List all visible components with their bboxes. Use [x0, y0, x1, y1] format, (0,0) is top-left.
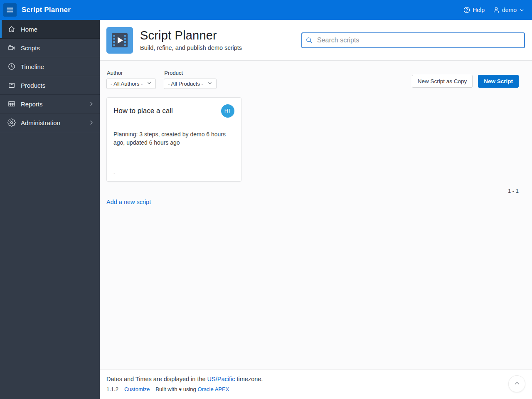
product-filter-label: Product [164, 70, 217, 76]
sidebar-item-label: Administration [21, 119, 88, 126]
avatar: HT [221, 104, 234, 118]
chevron-right-icon [88, 119, 95, 126]
sidebar-item-label: Reports [21, 101, 88, 108]
customize-link[interactable]: Customize [124, 386, 150, 392]
table-icon [7, 100, 16, 108]
sidebar-item-reports[interactable]: Reports [0, 95, 100, 113]
home-icon [7, 25, 16, 33]
chevron-down-icon [519, 7, 525, 13]
timezone-link[interactable]: US/Pacific [207, 376, 235, 382]
page-hero: Script Planner Build, refine, and publis… [100, 20, 532, 61]
chevron-down-icon [147, 81, 152, 87]
timezone-notice: Dates and Times are displayed in the US/… [106, 375, 525, 383]
sidebar-nav: Home Scripts Timeline Products Reports A… [0, 20, 100, 399]
user-icon [493, 7, 500, 13]
help-link[interactable]: Help [463, 7, 485, 13]
new-script-button[interactable]: New Script [478, 75, 519, 88]
sidebar-item-label: Home [21, 26, 95, 33]
new-script-as-copy-button[interactable]: New Script as Copy [412, 75, 473, 88]
hamburger-icon [6, 6, 14, 14]
search-field [301, 32, 525, 48]
author-select-value: - All Authors - [111, 81, 143, 87]
sidebar-item-label: Timeline [21, 63, 95, 70]
sidebar-item-administration[interactable]: Administration [0, 113, 100, 132]
text-cursor [316, 36, 316, 44]
user-label: demo [502, 7, 517, 13]
hero-text: Script Planner Build, refine, and publis… [140, 28, 242, 52]
page-subtitle: Build, refine, and publish demo scripts [140, 43, 242, 52]
chevron-up-icon [513, 379, 521, 388]
app-window: Script Planner Help demo Home Scripts Ti… [0, 0, 532, 399]
user-menu[interactable]: demo [493, 7, 525, 13]
author-select[interactable]: - All Authors - [106, 79, 156, 89]
filter-toolbar: Author - All Authors - Product - All Pro… [100, 61, 532, 89]
script-card-header: How to place a call HT [107, 98, 241, 124]
page-title: Script Planner [140, 28, 242, 42]
clock-icon [7, 62, 16, 71]
video-camera-icon [7, 44, 16, 52]
author-filter-label: Author [107, 70, 156, 76]
footer-meta: 1.1.2 Customize Built with ♥ using Oracl… [106, 386, 525, 392]
sidebar-item-timeline[interactable]: Timeline [0, 57, 100, 76]
sidebar-item-scripts[interactable]: Scripts [0, 39, 100, 57]
built-with-middle: using [183, 386, 196, 392]
author-filter: Author - All Authors - [106, 70, 156, 89]
sidebar-item-home[interactable]: Home [0, 20, 100, 39]
script-card[interactable]: How to place a call HT Planning: 3 steps… [106, 97, 241, 182]
script-card-title[interactable]: How to place a call [113, 107, 221, 115]
script-card-body: Planning: 3 steps, created by demo 6 hou… [107, 124, 241, 170]
heart-icon: ♥ [179, 387, 182, 392]
sidebar-item-products[interactable]: Products [0, 76, 100, 95]
add-new-script-link[interactable]: Add a new script [106, 199, 151, 205]
film-app-icon [106, 27, 133, 54]
content-area: Author - All Authors - Product - All Pro… [100, 61, 532, 369]
timezone-suffix: timezone. [235, 376, 263, 382]
page-footer: Dates and Times are displayed in the US/… [100, 369, 532, 399]
help-label: Help [473, 7, 485, 13]
app-version: 1.1.2 [106, 386, 118, 392]
sidebar-item-label: Products [21, 82, 95, 89]
search-icon [305, 37, 313, 45]
search-input[interactable] [301, 32, 525, 48]
chevron-right-icon [88, 101, 95, 107]
app-title: Script Planner [22, 6, 71, 14]
built-with-prefix: Built with [155, 386, 177, 392]
product-select[interactable]: - All Products - [164, 79, 217, 89]
box-icon [7, 81, 16, 89]
main-content: Script Planner Build, refine, and publis… [100, 20, 532, 399]
script-card-footer: - [107, 170, 241, 181]
chevron-down-icon [207, 81, 212, 87]
header-actions: Help demo [463, 7, 532, 13]
pagination-label: 1 - 1 [508, 188, 519, 194]
sidebar-item-label: Scripts [21, 44, 95, 52]
menu-toggle-button[interactable] [3, 3, 17, 17]
gear-icon [7, 118, 16, 127]
oracle-apex-link[interactable]: Oracle APEX [197, 386, 229, 392]
top-header: Script Planner Help demo [0, 0, 532, 20]
product-filter: Product - All Products - [164, 70, 217, 89]
built-with: Built with ♥ using Oracle APEX [155, 386, 229, 392]
help-icon [463, 7, 470, 13]
timezone-prefix: Dates and Times are displayed in the [106, 376, 207, 382]
product-select-value: - All Products - [168, 81, 203, 87]
scroll-to-top-button[interactable] [508, 375, 525, 392]
toolbar-buttons: New Script as Copy New Script [412, 75, 519, 89]
